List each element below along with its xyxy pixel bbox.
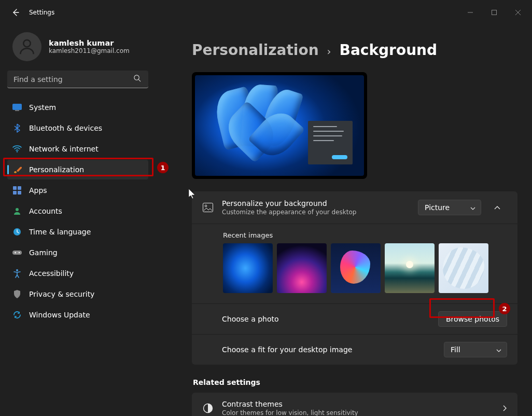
choose-photo-label: Choose a photo xyxy=(222,315,438,323)
update-icon xyxy=(12,310,22,320)
svg-rect-9 xyxy=(15,110,19,112)
clock-icon xyxy=(12,227,22,237)
minimize-button[interactable] xyxy=(458,4,482,21)
recent-image-thumb[interactable] xyxy=(223,243,273,293)
recent-image-thumb[interactable] xyxy=(331,243,381,293)
maximize-button[interactable] xyxy=(482,4,506,21)
arrow-left-icon xyxy=(11,8,20,17)
svg-rect-2 xyxy=(492,10,497,15)
fit-label: Choose a fit for your desktop image xyxy=(222,345,444,354)
user-name: kamlesh kumar xyxy=(49,39,130,47)
personalize-title: Personalize your background xyxy=(222,199,418,207)
recent-images-label: Recent images xyxy=(223,231,507,239)
breadcrumb-current: Background xyxy=(340,41,437,59)
nav-time-language[interactable]: Time & language xyxy=(7,222,148,242)
window-title: Settings xyxy=(29,9,54,16)
maximize-icon xyxy=(492,10,497,15)
accounts-icon xyxy=(12,206,22,216)
titlebar: Settings xyxy=(0,0,532,25)
user-block[interactable]: kamlesh kumar kamlesh2011@gmail.com xyxy=(7,29,153,71)
system-icon xyxy=(12,103,22,112)
personalize-subtitle: Customize the appearance of your desktop xyxy=(222,209,418,216)
breadcrumb-parent[interactable]: Personalization xyxy=(192,41,319,59)
window-controls xyxy=(458,4,530,21)
nav-list: System Bluetooth & devices Network & int… xyxy=(7,98,153,325)
nav-label: Accounts xyxy=(29,207,62,215)
content-area: Personalization › Background xyxy=(156,25,532,416)
nav-label: Gaming xyxy=(29,248,58,257)
nav-label: Accessibility xyxy=(29,269,74,278)
avatar xyxy=(12,32,41,61)
preview-window xyxy=(308,121,353,164)
fit-dropdown[interactable]: Fill xyxy=(444,342,507,357)
search-input[interactable] xyxy=(7,71,148,88)
svg-rect-11 xyxy=(13,186,17,190)
related-panel: Contrast themes Color themes for low vis… xyxy=(192,393,517,416)
search-icon xyxy=(133,74,141,84)
nav-bluetooth[interactable]: Bluetooth & devices xyxy=(7,118,148,138)
desktop-preview xyxy=(192,72,367,179)
recent-images-list xyxy=(223,243,507,293)
collapse-button[interactable] xyxy=(487,199,507,216)
nav-label: Apps xyxy=(29,186,47,195)
dropdown-value: Fill xyxy=(451,345,460,354)
svg-point-21 xyxy=(205,205,207,207)
svg-rect-13 xyxy=(13,191,17,195)
contrast-themes-row[interactable]: Contrast themes Color themes for low vis… xyxy=(192,393,517,416)
paintbrush-icon xyxy=(12,165,22,174)
nav-label: Network & internet xyxy=(29,145,99,153)
nav-label: System xyxy=(29,103,56,112)
breadcrumb: Personalization › Background xyxy=(192,41,517,59)
nav-personalization[interactable]: Personalization xyxy=(7,160,148,179)
svg-point-19 xyxy=(16,269,18,271)
bluetooth-icon xyxy=(12,123,22,133)
svg-point-18 xyxy=(19,252,20,253)
svg-rect-20 xyxy=(203,203,213,212)
nav-system[interactable]: System xyxy=(7,98,148,117)
contrast-subtitle: Color themes for low vision, light sensi… xyxy=(222,409,503,416)
apps-icon xyxy=(12,186,22,195)
chevron-down-icon xyxy=(470,203,475,212)
svg-rect-8 xyxy=(13,104,22,110)
shield-icon xyxy=(12,289,22,299)
back-button[interactable] xyxy=(5,2,26,23)
nav-windows-update[interactable]: Windows Update xyxy=(7,305,148,325)
nav-label: Windows Update xyxy=(29,311,90,319)
svg-rect-14 xyxy=(18,191,21,195)
nav-apps[interactable]: Apps xyxy=(7,181,148,200)
nav-privacy[interactable]: Privacy & security xyxy=(7,284,148,304)
sidebar: kamlesh kumar kamlesh2011@gmail.com Syst… xyxy=(0,25,156,416)
chevron-right-icon: › xyxy=(327,45,331,58)
nav-network[interactable]: Network & internet xyxy=(7,139,148,159)
related-settings-heading: Related settings xyxy=(193,378,517,386)
svg-point-15 xyxy=(16,208,19,211)
user-email: kamlesh2011@gmail.com xyxy=(49,47,130,54)
contrast-title: Contrast themes xyxy=(222,400,503,408)
browse-photos-button[interactable]: Browse photos xyxy=(438,311,507,327)
gaming-icon xyxy=(12,248,22,257)
svg-point-6 xyxy=(134,75,139,80)
dropdown-value: Picture xyxy=(425,203,450,212)
nav-label: Bluetooth & devices xyxy=(29,124,102,132)
close-button[interactable] xyxy=(506,4,530,21)
image-icon xyxy=(202,202,214,213)
chevron-down-icon xyxy=(496,345,501,354)
svg-point-5 xyxy=(23,40,30,47)
nav-label: Personalization xyxy=(29,165,84,174)
recent-image-thumb[interactable] xyxy=(439,243,488,293)
background-panel: Personalize your background Customize th… xyxy=(192,191,517,365)
nav-accessibility[interactable]: Accessibility xyxy=(7,264,148,283)
accessibility-icon xyxy=(12,269,22,278)
nav-label: Privacy & security xyxy=(29,290,94,298)
user-icon xyxy=(17,37,37,57)
recent-image-thumb[interactable] xyxy=(385,243,435,293)
chevron-up-icon xyxy=(494,206,500,210)
contrast-icon xyxy=(202,403,214,414)
background-type-dropdown[interactable]: Picture xyxy=(418,200,481,215)
search-container xyxy=(7,71,148,88)
nav-accounts[interactable]: Accounts xyxy=(7,201,148,221)
nav-gaming[interactable]: Gaming xyxy=(7,243,148,262)
recent-image-thumb[interactable] xyxy=(277,243,327,293)
svg-rect-12 xyxy=(18,186,21,190)
minimize-icon xyxy=(468,10,473,15)
